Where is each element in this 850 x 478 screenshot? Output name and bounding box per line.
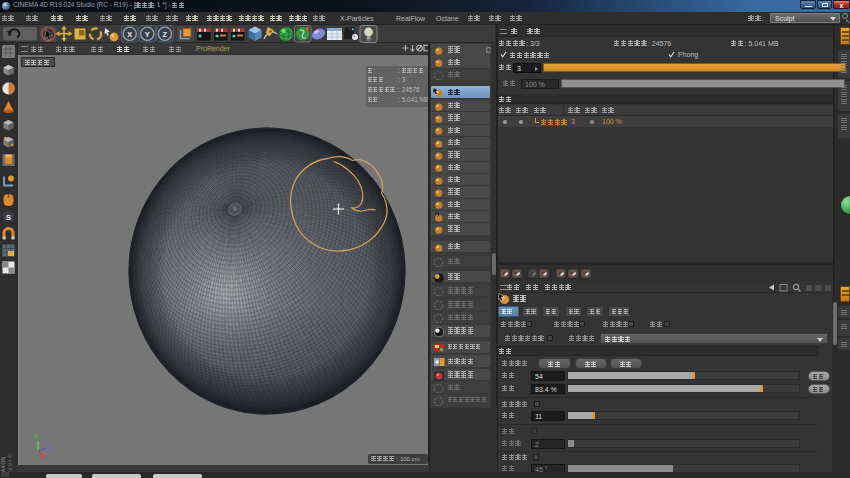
svg-text:Z: Z xyxy=(163,30,168,39)
svg-text:S: S xyxy=(6,212,12,221)
svg-text:X: X xyxy=(127,30,132,39)
svg-text:Z: Z xyxy=(47,444,52,451)
svg-text:Y: Y xyxy=(34,433,39,440)
svg-text:Y: Y xyxy=(145,30,150,39)
